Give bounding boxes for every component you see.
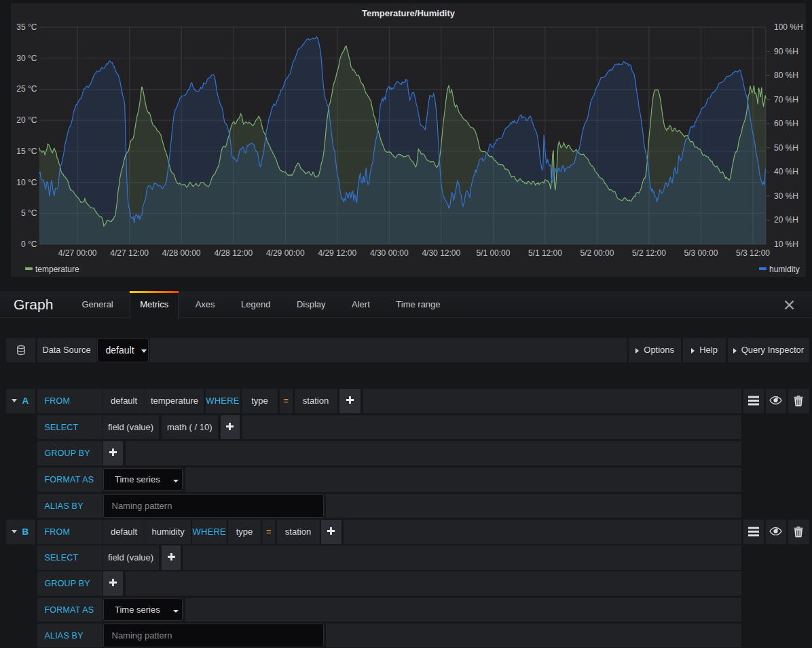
svg-text:15 °C: 15 °C <box>16 147 37 156</box>
svg-text:60 %H: 60 %H <box>774 119 798 128</box>
svg-text:0 °C: 0 °C <box>21 240 37 249</box>
svg-text:80 %H: 80 %H <box>774 71 798 80</box>
svg-text:4/29 12:00: 4/29 12:00 <box>318 248 356 258</box>
svg-text:90 %H: 90 %H <box>774 47 798 56</box>
svg-text:10 °C: 10 °C <box>16 178 37 187</box>
svg-text:30 °C: 30 °C <box>16 54 37 63</box>
svg-text:4/30 12:00: 4/30 12:00 <box>422 248 460 258</box>
svg-text:4/27 12:00: 4/27 12:00 <box>110 248 149 258</box>
svg-text:30 %H: 30 %H <box>774 191 798 201</box>
svg-text:4/30 00:00: 4/30 00:00 <box>370 248 409 258</box>
svg-text:4/28 12:00: 4/28 12:00 <box>214 248 253 258</box>
svg-text:4/27 00:00: 4/27 00:00 <box>58 248 97 258</box>
svg-text:4/29 00:00: 4/29 00:00 <box>266 248 305 258</box>
svg-text:70 %H: 70 %H <box>774 95 798 104</box>
svg-text:20 %H: 20 %H <box>774 215 798 225</box>
svg-text:40 %H: 40 %H <box>774 167 798 176</box>
svg-text:50 %H: 50 %H <box>774 143 798 153</box>
svg-text:5 °C: 5 °C <box>21 208 37 218</box>
svg-text:5/3 00:00: 5/3 00:00 <box>684 248 718 258</box>
svg-text:35 °C: 35 °C <box>16 22 37 32</box>
svg-text:10 %H: 10 %H <box>774 240 798 249</box>
svg-text:4/28 00:00: 4/28 00:00 <box>162 248 201 258</box>
svg-text:5/3 12:00: 5/3 12:00 <box>736 248 770 258</box>
svg-text:25 °C: 25 °C <box>16 84 37 94</box>
svg-text:5/1 00:00: 5/1 00:00 <box>476 248 510 258</box>
svg-text:5/2 12:00: 5/2 12:00 <box>632 248 666 258</box>
svg-text:5/2 00:00: 5/2 00:00 <box>580 248 614 258</box>
svg-text:20 °C: 20 °C <box>16 115 37 125</box>
svg-text:100 %H: 100 %H <box>774 22 803 32</box>
svg-text:5/1 12:00: 5/1 12:00 <box>528 248 562 258</box>
